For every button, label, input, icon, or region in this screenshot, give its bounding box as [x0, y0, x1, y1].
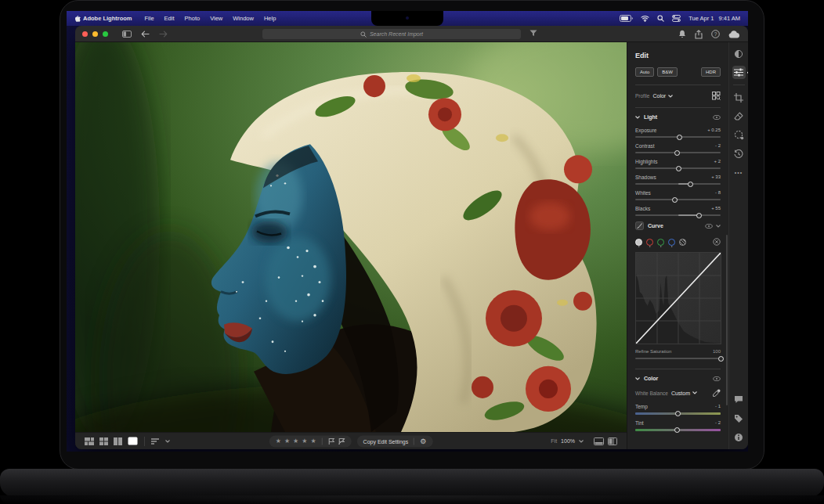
slider-knob[interactable] [672, 197, 678, 203]
menu-view[interactable]: View [210, 15, 222, 22]
channel-green-button[interactable] [657, 239, 664, 246]
chevron-down-icon[interactable] [668, 95, 673, 98]
zoom-level-value[interactable]: 100% [561, 438, 575, 444]
slider-knob[interactable] [688, 182, 693, 187]
control-center-icon[interactable] [672, 15, 681, 22]
star-rating-2[interactable]: ★ [284, 438, 290, 445]
temp-slider-track[interactable] [635, 412, 721, 415]
sort-button[interactable] [151, 438, 170, 445]
menu-help[interactable]: Help [264, 15, 276, 22]
channel-blue-button[interactable] [668, 239, 675, 246]
slider-knob[interactable] [674, 427, 680, 433]
info-button[interactable] [732, 430, 746, 444]
back-button[interactable] [141, 31, 150, 38]
menubar-time[interactable]: 9:41 AM [718, 15, 740, 22]
battery-icon[interactable] [620, 15, 633, 22]
chevron-down-icon[interactable] [716, 225, 721, 228]
slider-knob[interactable] [677, 135, 682, 140]
browse-profiles-icon[interactable] [712, 92, 721, 100]
slider-track[interactable] [635, 136, 721, 138]
star-rating-4[interactable]: ★ [302, 438, 307, 445]
copy-edit-settings-button[interactable]: Copy Edit Settings [363, 438, 409, 444]
presets-button[interactable] [732, 47, 746, 60]
comments-button[interactable] [732, 393, 746, 406]
tint-slider-track[interactable] [635, 429, 721, 431]
visibility-eye-icon[interactable] [713, 115, 721, 120]
before-after-icon[interactable] [608, 437, 617, 445]
apple-menu[interactable] [74, 15, 81, 23]
slider-track[interactable] [635, 214, 721, 216]
menu-photo[interactable]: Photo [185, 15, 201, 22]
reject-flag-icon[interactable] [338, 437, 345, 445]
versions-button[interactable] [732, 147, 746, 160]
menu-window[interactable]: Window [233, 15, 254, 22]
panel-scrollbar[interactable] [726, 235, 728, 405]
edit-tool-button[interactable] [732, 66, 746, 79]
pick-flag-icon[interactable] [328, 437, 335, 445]
apple-logo-icon [74, 15, 81, 23]
star-rating-5[interactable]: ★ [310, 438, 316, 445]
keywords-button[interactable] [732, 412, 746, 425]
close-button[interactable] [82, 31, 88, 37]
tone-curve-graph[interactable] [635, 252, 721, 344]
slider-knob[interactable] [675, 411, 681, 416]
visibility-eye-icon[interactable] [713, 376, 721, 381]
slider-knob[interactable] [676, 166, 681, 171]
bw-button[interactable]: B&W [657, 67, 678, 77]
settings-gear-icon[interactable]: ⚙ [420, 437, 426, 445]
square-grid-view-icon[interactable] [99, 437, 108, 445]
white-balance-value[interactable]: Custom [671, 391, 690, 396]
cloud-sync-icon[interactable] [728, 31, 740, 38]
channel-red-button[interactable] [646, 239, 653, 246]
wifi-icon[interactable] [641, 15, 649, 22]
minimize-button[interactable] [92, 31, 98, 37]
channel-luminance-button[interactable] [635, 239, 642, 246]
eyedropper-icon[interactable] [713, 389, 721, 397]
visibility-eye-icon[interactable] [705, 224, 713, 229]
zoom-fit-label[interactable]: Fit [551, 438, 557, 444]
share-icon[interactable] [695, 30, 703, 39]
curve-section-header[interactable]: Curve [635, 221, 721, 230]
photo-canvas[interactable] [75, 42, 627, 432]
zoom-button[interactable] [103, 31, 108, 37]
hdr-button[interactable]: HDR [701, 67, 721, 77]
healing-tool-button[interactable] [732, 110, 746, 123]
masking-tool-button[interactable] [732, 128, 746, 142]
compare-view-icon[interactable] [114, 437, 122, 445]
auto-button[interactable]: Auto [635, 67, 654, 77]
chevron-down-icon[interactable] [692, 391, 697, 394]
menubar-app-name[interactable]: Adobe Lightroom [83, 15, 132, 22]
star-rating-3[interactable]: ★ [293, 438, 298, 445]
filter-button[interactable] [529, 30, 537, 37]
help-icon[interactable]: ? [711, 30, 720, 38]
panel-divider [635, 107, 721, 108]
photo-grid-view-icon[interactable] [85, 437, 94, 445]
slider-track[interactable] [635, 183, 721, 185]
detail-view-icon[interactable] [128, 437, 138, 445]
channel-parametric-button[interactable] [679, 239, 686, 246]
slider-knob[interactable] [674, 150, 680, 156]
slider-knob[interactable] [718, 356, 724, 362]
chevron-down-icon[interactable] [579, 440, 584, 443]
slider-track[interactable] [635, 167, 721, 169]
reset-curve-icon[interactable] [713, 238, 721, 246]
color-section-header[interactable]: Color [635, 376, 721, 381]
spotlight-search-icon[interactable] [657, 15, 664, 22]
menu-file[interactable]: File [145, 15, 154, 22]
slider-track[interactable] [635, 199, 721, 200]
menu-edit[interactable]: Edit [164, 15, 175, 22]
profile-value[interactable]: Color [652, 93, 666, 99]
crop-tool-button[interactable] [732, 91, 746, 104]
sidebar-toggle-button[interactable] [122, 31, 132, 38]
light-section-header[interactable]: Light [635, 114, 721, 120]
star-rating-1[interactable]: ★ [276, 438, 281, 445]
notifications-bell-icon[interactable] [678, 30, 686, 38]
slider-track[interactable] [635, 152, 721, 153]
refine-saturation-track[interactable] [635, 358, 721, 359]
search-input[interactable]: Search Recent Import [262, 29, 521, 39]
menubar-date[interactable]: Tue Apr 1 [688, 15, 714, 22]
filmstrip-toggle-icon[interactable] [594, 437, 604, 445]
more-options-button[interactable]: ••• [732, 166, 746, 179]
forward-button[interactable] [159, 31, 168, 38]
slider-knob[interactable] [696, 213, 702, 218]
